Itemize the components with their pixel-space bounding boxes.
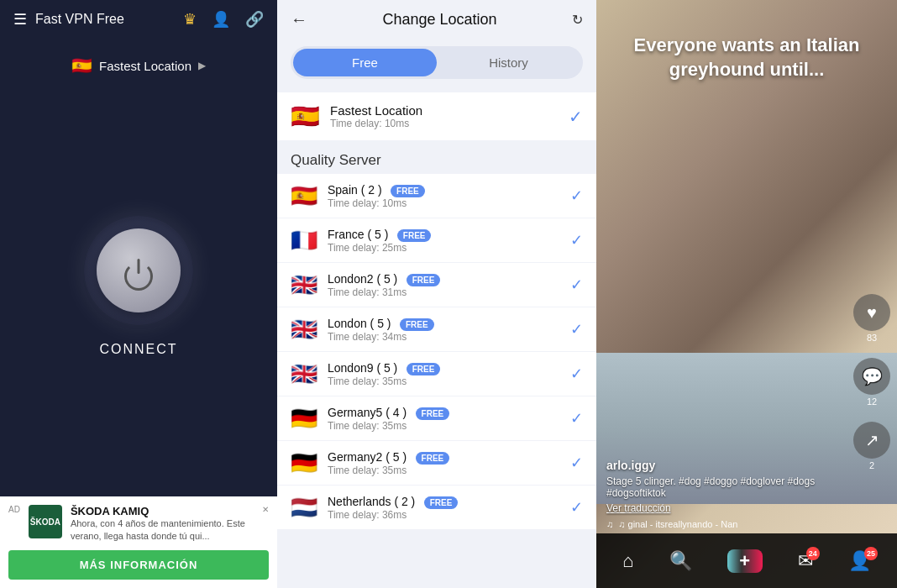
server-check-icon: ✓ [570, 320, 583, 339]
server-info: Spain ( 2 ) FREE Time delay: 10ms [328, 182, 564, 209]
comment-count: 12 [867, 396, 877, 407]
profile-icon[interactable]: 👤 [212, 10, 230, 29]
like-count: 83 [867, 333, 877, 343]
share-button[interactable]: ↗ 2 [853, 422, 890, 470]
server-delay: Time delay: 35ms [328, 375, 564, 387]
section-header: Quality Server [277, 142, 596, 174]
tiktok-bottom-info: arlo.iggy Stage 5 clinger. #dog #doggo #… [606, 459, 855, 529]
server-item[interactable]: 🇬🇧 London9 ( 5 ) FREE Time delay: 35ms ✓ [277, 352, 596, 396]
refresh-button[interactable]: ↻ [572, 12, 583, 28]
server-delay: Time delay: 35ms [328, 465, 564, 476]
comment-button[interactable]: 💬 12 [853, 358, 890, 407]
server-info: Netherlands ( 2 ) FREE Time delay: 36ms [328, 494, 564, 521]
tiktok-panel: Everyone wants an Italian greyhound unti… [596, 0, 897, 588]
server-name: London2 ( 5 ) [328, 272, 397, 286]
tiktok-caption: Stage 5 clinger. #dog #doggo #doglover #… [606, 475, 855, 499]
tiktok-bottom-bar: ⌂ 🔍 + ✉ 24 👤 25 [596, 533, 897, 588]
tab-profile[interactable]: 👤 25 [848, 550, 871, 572]
create-icon: + [727, 549, 763, 573]
fastest-check-icon: ✓ [569, 107, 583, 127]
vpn-location[interactable]: 🇪🇸 Fastest Location ▶ [0, 55, 277, 76]
tiktok-music: ♫ ♫ ginal - itsreallynando - Nan [606, 519, 855, 529]
server-check-icon: ✓ [570, 365, 583, 383]
tiktok-translate[interactable]: Ver traducción [606, 502, 855, 514]
location-label: Fastest Location [99, 59, 191, 73]
tab-free[interactable]: Free [293, 49, 437, 76]
power-button-inner [97, 228, 181, 312]
like-button[interactable]: ♥ 83 [853, 294, 890, 343]
server-item[interactable]: 🇪🇸 Spain ( 2 ) FREE Time delay: 10ms ✓ [277, 174, 596, 218]
tiktok-right-actions: ♥ 83 💬 12 ↗ 2 [853, 294, 890, 470]
server-name: Germany2 ( 5 ) [328, 450, 407, 464]
server-info: London ( 5 ) FREE Time delay: 34ms [328, 316, 564, 343]
server-info: Germany2 ( 5 ) FREE Time delay: 35ms [328, 449, 564, 476]
crown-icon[interactable]: ♛ [183, 10, 197, 29]
music-text: ♫ ginal - itsreallynando - Nan [618, 519, 737, 529]
server-item[interactable]: 🇩🇪 Germany5 ( 4 ) FREE Time delay: 35ms … [277, 396, 596, 440]
server-check-icon: ✓ [570, 276, 583, 294]
music-note-icon: ♫ [606, 519, 613, 529]
share-icon[interactable]: 🔗 [245, 10, 264, 29]
like-icon: ♥ [853, 294, 890, 331]
profile-badge: 25 [864, 547, 878, 560]
server-item[interactable]: 🇬🇧 London2 ( 5 ) FREE Time delay: 31ms ✓ [277, 263, 596, 307]
tab-history[interactable]: History [437, 49, 580, 76]
server-item[interactable]: 🇳🇱 Netherlands ( 2 ) FREE Time delay: 36… [277, 486, 596, 529]
free-badge: FREE [424, 496, 459, 509]
power-symbol-icon [123, 255, 154, 286]
location-header: ← Change Location ↻ [277, 0, 596, 39]
ad-close-icon[interactable]: ✕ [262, 505, 269, 514]
comment-icon: 💬 [853, 358, 890, 395]
server-item[interactable]: 🇬🇧 London ( 5 ) FREE Time delay: 34ms ✓ [277, 307, 596, 351]
server-delay: Time delay: 35ms [328, 420, 564, 432]
free-badge: FREE [416, 407, 450, 420]
menu-icon[interactable]: ☰ [13, 10, 27, 29]
server-delay: Time delay: 31ms [328, 286, 564, 298]
connect-label: CONNECT [99, 342, 177, 357]
free-badge: FREE [416, 452, 450, 465]
server-name: Netherlands ( 2 ) [328, 495, 415, 508]
server-name: Germany5 ( 4 ) [328, 406, 407, 419]
ad-text: Ahora, con 4 años de mantenimiento. Este… [71, 517, 254, 542]
skoda-logo: ŠKODA [29, 505, 62, 538]
power-button[interactable] [84, 216, 193, 325]
server-name: Spain ( 2 ) [328, 183, 382, 197]
fastest-delay: Time delay: 10ms [330, 118, 569, 129]
fastest-flag: 🇪🇸 [291, 102, 320, 130]
server-name: London ( 5 ) [328, 317, 391, 330]
server-item[interactable]: 🇫🇷 France ( 5 ) FREE Time delay: 25ms ✓ [277, 218, 596, 262]
server-check-icon: ✓ [570, 231, 583, 249]
tab-home[interactable]: ⌂ [622, 550, 633, 572]
server-flag: 🇬🇧 [291, 317, 317, 343]
server-check-icon: ✓ [570, 186, 583, 205]
server-flag: 🇩🇪 [291, 450, 317, 476]
tab-discover[interactable]: 🔍 [669, 550, 692, 572]
share-count: 2 [869, 460, 874, 470]
tiktok-overlay-text: Everyone wants an Italian greyhound unti… [596, 34, 897, 81]
tab-bar: Free History [291, 46, 583, 79]
tab-create[interactable]: + [727, 549, 763, 573]
discover-icon: 🔍 [669, 550, 692, 572]
server-flag: 🇬🇧 [291, 361, 317, 387]
location-panel-title: Change Location [317, 11, 562, 29]
server-check-icon: ✓ [570, 454, 583, 472]
back-button[interactable]: ← [291, 10, 307, 29]
server-info: London9 ( 5 ) FREE Time delay: 35ms [328, 360, 564, 387]
fastest-info: Fastest Location Time delay: 10ms [330, 103, 569, 129]
server-info: London2 ( 5 ) FREE Time delay: 31ms [328, 271, 564, 298]
fastest-name: Fastest Location [330, 103, 569, 118]
location-arrow-icon: ▶ [198, 60, 206, 71]
ad-label: AD [8, 505, 20, 514]
vpn-header-right: ♛ 👤 🔗 [183, 10, 264, 29]
vpn-panel: ☰ Fast VPN Free ♛ 👤 🔗 🇪🇸 Fastest Locatio… [0, 0, 277, 588]
tiktok-username: arlo.iggy [606, 459, 855, 472]
fastest-location-item[interactable]: 🇪🇸 Fastest Location Time delay: 10ms ✓ [277, 92, 596, 140]
server-flag: 🇪🇸 [291, 183, 317, 209]
server-flag: 🇳🇱 [291, 495, 317, 521]
location-flag: 🇪🇸 [71, 55, 92, 76]
share-icon: ↗ [853, 422, 890, 459]
ad-button[interactable]: MÁS INFORMACIÓN [8, 550, 269, 580]
tab-inbox[interactable]: ✉ 24 [798, 550, 813, 572]
server-flag: 🇩🇪 [291, 406, 317, 432]
server-item[interactable]: 🇩🇪 Germany2 ( 5 ) FREE Time delay: 35ms … [277, 441, 596, 485]
